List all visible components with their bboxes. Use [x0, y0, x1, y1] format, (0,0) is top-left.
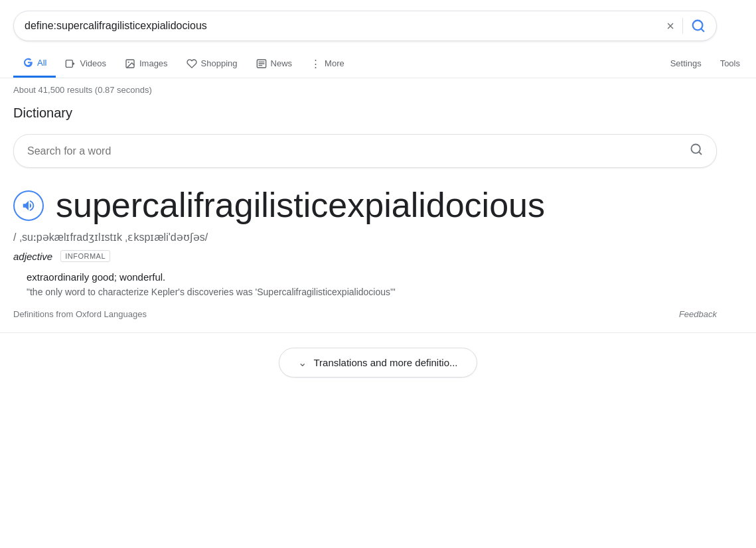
svg-line-11	[699, 152, 702, 155]
dictionary-search-box[interactable]	[13, 134, 717, 168]
tab-all-label: All	[37, 58, 46, 68]
google-icon	[23, 57, 33, 68]
shopping-icon	[187, 58, 197, 69]
word-meta: adjective INFORMAL	[13, 250, 717, 262]
tab-news-label: News	[271, 58, 293, 68]
chevron-down-icon: ⌄	[298, 356, 307, 369]
translations-btn-wrapper: ⌄ Translations and more definitio...	[0, 338, 756, 380]
tab-videos-label: Videos	[80, 58, 106, 68]
images-icon	[125, 58, 135, 69]
tab-shopping[interactable]: Shopping	[177, 50, 247, 77]
register-label: INFORMAL	[60, 250, 110, 262]
tab-shopping-label: Shopping	[201, 58, 238, 68]
clear-icon[interactable]: ×	[666, 19, 674, 34]
separator	[0, 332, 756, 333]
dictionary-search-input[interactable]	[27, 145, 690, 157]
tab-news[interactable]: News	[247, 50, 302, 77]
nav-tabs: All Videos Images Shopping	[0, 49, 756, 78]
definition: extraordinarily good; wonderful.	[27, 271, 717, 283]
tab-all[interactable]: All	[13, 49, 56, 78]
word-heading: supercalifragilisticexpialidocious	[56, 186, 545, 224]
feedback-link[interactable]: Feedback	[679, 309, 717, 319]
search-bar: ×	[13, 11, 717, 41]
dictionary-section: Dictionary supercalifragilisticexpialido…	[0, 105, 730, 327]
svg-rect-2	[66, 60, 73, 67]
phonetic: / ˌsuːpəkælɪfradʒɪlɪstɪk ˌɛkspɪæli'dəʊʃə…	[13, 231, 717, 243]
settings-link[interactable]: Settings	[668, 50, 704, 76]
source-line: Definitions from Oxford Languages Feedba…	[13, 309, 717, 327]
translations-label: Translations and more definitio...	[313, 357, 457, 368]
more-icon: ⋮	[311, 58, 321, 70]
part-of-speech: adjective	[13, 251, 52, 262]
translations-button[interactable]: ⌄ Translations and more definitio...	[279, 348, 477, 377]
video-icon	[65, 58, 76, 69]
svg-line-1	[701, 29, 704, 31]
divider	[682, 18, 683, 34]
source-text: Definitions from Oxford Languages	[13, 309, 147, 319]
tab-more-label: More	[325, 58, 344, 68]
dictionary-search-icon[interactable]	[690, 143, 703, 159]
word-entry: supercalifragilisticexpialidocious	[13, 186, 717, 224]
results-count: About 41,500 results (0.87 seconds)	[0, 78, 756, 105]
tab-images[interactable]: Images	[115, 50, 177, 77]
tab-videos[interactable]: Videos	[56, 50, 115, 77]
search-input[interactable]	[25, 20, 666, 32]
svg-marker-3	[73, 62, 75, 65]
audio-button[interactable]	[13, 190, 44, 221]
search-bar-wrapper: ×	[0, 0, 756, 49]
svg-point-5	[128, 61, 129, 62]
tools-link[interactable]: Tools	[718, 50, 743, 76]
search-icon[interactable]	[691, 19, 706, 33]
tab-images-label: Images	[139, 58, 168, 68]
dictionary-title: Dictionary	[13, 105, 717, 121]
example: "the only word to characterize Kepler's …	[27, 287, 717, 297]
news-icon	[256, 58, 267, 69]
word-text: supercalifragilisticexpialidocious	[56, 186, 545, 224]
tab-more[interactable]: ⋮ More	[301, 50, 354, 78]
nav-right: Settings Tools	[668, 50, 743, 76]
